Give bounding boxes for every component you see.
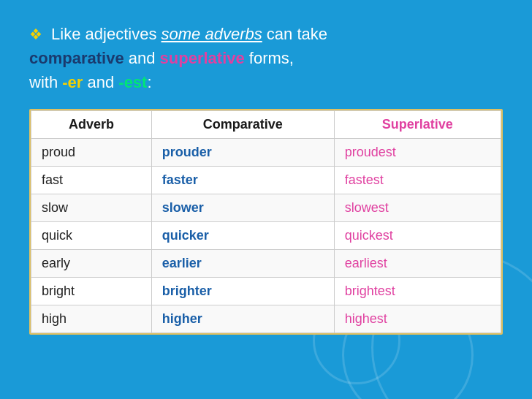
cell-r3-c2: quickest [334, 222, 501, 250]
intro-est: -est [118, 73, 147, 91]
header-superlative: Superlative [334, 111, 501, 139]
cell-r4-c0: early [31, 250, 152, 278]
intro-line1-pre: Like adjectives [47, 25, 162, 43]
header-comparative: Comparative [151, 111, 334, 139]
intro-and2: and [83, 73, 118, 91]
cell-r5-c0: bright [31, 278, 152, 305]
cell-r0-c1: prouder [151, 139, 334, 167]
table-row: quickquickerquickest [31, 222, 501, 250]
cell-r2-c1: slower [151, 194, 334, 222]
intro-and1: and [124, 49, 160, 67]
intro-comparative: comparative [29, 49, 124, 67]
intro-colon: : [147, 73, 151, 91]
main-content: ❖ Like adjectives some adverbs can take … [0, 0, 532, 349]
cell-r0-c2: proudest [334, 139, 501, 167]
cell-r4-c2: earliest [334, 250, 501, 278]
cell-r1-c1: faster [151, 167, 334, 194]
cell-r5-c2: brightest [334, 278, 501, 305]
cell-r1-c2: fastest [334, 167, 501, 194]
intro-adverbs: some adverbs [162, 25, 262, 43]
table-row: brightbrighterbrightest [31, 278, 501, 305]
cell-r0-c0: proud [31, 139, 152, 167]
intro-forms: forms, [245, 49, 294, 67]
adverb-table: Adverb Comparative Superlative proudprou… [31, 110, 501, 333]
table-row: proudprouderproudest [31, 139, 501, 167]
table-row: slowslowerslowest [31, 194, 501, 222]
cell-r4-c1: earlier [151, 250, 334, 278]
table-header-row: Adverb Comparative Superlative [31, 111, 501, 139]
adverb-table-wrapper: Adverb Comparative Superlative proudprou… [29, 109, 503, 335]
diamond-icon: ❖ [29, 26, 42, 42]
cell-r6-c1: higher [151, 305, 334, 333]
intro-line1-post: can take [262, 25, 327, 43]
intro-paragraph: ❖ Like adjectives some adverbs can take … [29, 22, 503, 94]
cell-r5-c1: brighter [151, 278, 334, 305]
intro-superlative: superlative [160, 49, 245, 67]
intro-er: -er [62, 73, 83, 91]
header-adverb: Adverb [31, 111, 152, 139]
table-row: highhigherhighest [31, 305, 501, 333]
cell-r6-c2: highest [334, 305, 501, 333]
cell-r3-c1: quicker [151, 222, 334, 250]
cell-r3-c0: quick [31, 222, 152, 250]
cell-r2-c2: slowest [334, 194, 501, 222]
cell-r2-c0: slow [31, 194, 152, 222]
cell-r6-c0: high [31, 305, 152, 333]
intro-with: with [29, 73, 62, 91]
table-row: fastfasterfastest [31, 167, 501, 194]
cell-r1-c0: fast [31, 167, 152, 194]
table-row: earlyearlierearliest [31, 250, 501, 278]
table-body: proudprouderproudestfastfasterfastestslo… [31, 139, 501, 333]
